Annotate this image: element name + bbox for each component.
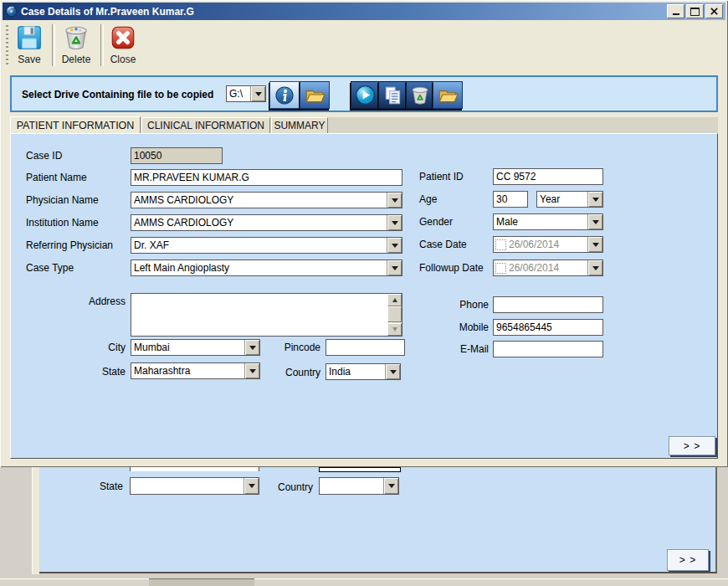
scrollbar-thumb[interactable] [387,306,402,322]
recycle-bin-icon [409,85,431,106]
drive-select-dropdown[interactable]: G:\ [226,85,266,102]
close-button[interactable]: Close [104,23,142,69]
open-folder-button[interactable] [300,81,330,109]
scroll-up-icon[interactable] [387,294,402,306]
address-scrollbar[interactable] [387,294,402,336]
pincode-input[interactable] [326,339,405,356]
address-label: Address [36,296,126,307]
chevron-down-icon[interactable] [387,193,402,208]
dropdown-arrow-glyph [592,220,599,224]
case-type-select[interactable]: Left Main Angioplasty [131,260,402,276]
case-date-picker[interactable]: 26/06/2014 [493,236,603,253]
email-label: E-Mail [429,343,489,355]
country-select[interactable]: India [326,363,401,380]
case-date-checkbox[interactable] [495,239,506,250]
app-disc-icon [5,5,18,18]
red-x-icon [109,23,137,52]
dropdown-arrow-glyph [392,198,398,203]
next-page-button[interactable]: > > [669,436,715,455]
copy-file-button[interactable] [378,81,408,109]
patient-information-page: Case ID Patient Name Physician Name Inst… [10,133,718,459]
state-label: State [61,366,126,378]
taskbar[interactable] [0,578,728,586]
clipped-field [319,467,401,472]
city-select[interactable]: Mumbai [131,339,260,356]
followup-date-checkbox[interactable] [495,263,506,274]
taskbar-segment[interactable] [149,578,254,586]
chevron-down-icon[interactable] [587,260,602,275]
bg-country-select[interactable] [319,477,399,495]
age-label: Age [419,193,437,205]
chevron-down-icon[interactable] [383,478,398,494]
minimize-button-icon[interactable] [667,4,684,18]
chevron-down-icon[interactable] [385,364,400,379]
tab-clinical-information[interactable]: CLINICAL INFORMATION [141,117,270,133]
email-input[interactable] [493,341,603,357]
dropdown-arrow-glyph [249,369,256,373]
title-bar[interactable]: Case Details of Mr.Praveen Kumar.G [3,3,725,20]
patient-name-input[interactable] [131,169,402,186]
info-button[interactable] [269,81,300,109]
physician-name-select[interactable]: AMMS CARDIOLOGY [131,192,402,208]
drive-select-value: G:\ [227,88,250,100]
dropdown-arrow-glyph [392,244,398,248]
close-button-icon[interactable] [705,4,723,18]
followup-date-picker[interactable]: 26/06/2014 [493,260,603,276]
dropdown-arrow-glyph [392,266,398,270]
country-label: Country [258,367,320,378]
chevron-down-icon[interactable] [587,192,602,207]
patient-id-input[interactable] [493,168,603,185]
chevron-down-icon[interactable] [244,478,259,494]
address-input[interactable] [131,294,387,336]
delete-button[interactable]: Delete [55,23,97,69]
tab-patient-information[interactable]: PATIENT INFORMATION [10,116,141,133]
chevron-down-icon[interactable] [244,340,259,355]
dropdown-arrow-glyph [388,484,395,488]
bg-next-page-button[interactable]: > > [667,549,709,571]
recycle-button[interactable] [406,81,434,109]
address-box [131,293,402,337]
phone-input[interactable] [493,296,603,313]
scroll-down-icon[interactable] [387,323,402,336]
bg-state-label: State [67,481,123,492]
maximize-button-icon[interactable] [686,4,704,18]
chevron-down-icon[interactable] [387,260,402,275]
institution-name-select[interactable]: AMMS CARDIOLOGY [131,214,402,231]
age-input[interactable] [493,191,528,208]
referring-physician-select[interactable]: Dr. XAF [131,237,402,254]
chevron-down-icon[interactable] [587,237,602,252]
down-arrow-glyph [392,327,397,332]
dropdown-arrow-glyph [592,266,599,270]
delete-button-label: Delete [62,54,91,65]
bg-state-select[interactable] [130,477,259,495]
state-value: Maharashtra [131,365,244,377]
city-value: Mumbai [131,342,244,353]
mobile-input[interactable] [493,319,603,336]
gender-select[interactable]: Male [493,213,603,230]
state-select[interactable]: Maharashtra [131,362,260,379]
window-controls [667,4,723,18]
desktop: Case Details of Mr.Praveen Kumar.G [0,0,728,586]
case-date-label: Case Date [419,239,467,250]
age-unit-select[interactable]: Year [536,191,603,208]
physician-name-value: AMMS CARDIOLOGY [131,194,387,206]
tab-label: CLINICAL INFORMATION [147,120,264,131]
play-button[interactable] [351,81,380,109]
window-title: Case Details of Mr.Praveen Kumar.G [21,6,194,18]
chevron-down-icon[interactable] [387,215,402,230]
chevron-down-icon[interactable] [387,238,402,253]
save-button[interactable]: Save [10,23,49,69]
dropdown-arrow-glyph [392,221,398,225]
case-date-value: 26/06/2014 [506,239,587,250]
chevron-down-icon[interactable] [250,86,265,101]
dropdown-arrow-glyph [390,370,397,374]
open-folder-button-2[interactable] [433,81,463,109]
play-circle-icon [354,84,377,106]
folder-open-icon [437,85,459,106]
toolbar-gripper[interactable] [6,25,8,65]
gender-label: Gender [419,216,453,228]
gender-value: Male [494,216,587,228]
tab-summary[interactable]: SUMMARY [271,117,328,133]
case-type-label: Case Type [26,262,74,274]
chevron-down-icon[interactable] [587,214,602,229]
